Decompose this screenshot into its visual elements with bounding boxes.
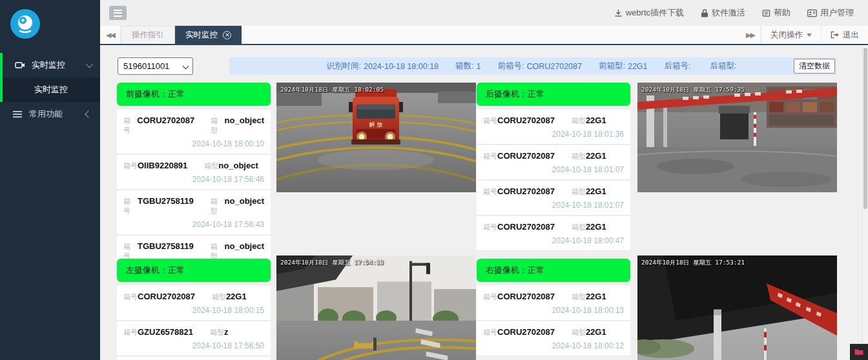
clear-data-button[interactable]: 清空数据 [794,59,835,74]
box-type-value: 22G1 [586,151,606,161]
red-folder-icon [854,348,863,355]
menu-label: webrtc插件下载 [626,7,684,19]
front-camera-list: 箱号CORU2702087箱型no_object 2024-10-18 18:0… [117,110,271,281]
box-no-value: CORU2702087 [137,115,194,125]
front-box-type-field: 前箱型: 22G1 [599,61,648,72]
tab-realtime-monitor[interactable]: 实时监控 [175,26,242,44]
user-management[interactable]: 用户管理 [807,7,854,19]
vertical-scrollbar[interactable] [862,46,868,360]
webrtc-plugin-download[interactable]: webrtc插件下载 [614,7,684,19]
close-tab-icon[interactable] [223,31,231,39]
list-item: 箱号OIIB9220891箱型no_object 2024-10-18 17:5… [117,155,271,190]
box-type-label: 箱型 [572,152,586,161]
tabs-scroll-left-button[interactable]: ◀◀ [100,26,121,44]
box-type-label: 箱型 [572,116,586,126]
rear-camera-video: 2024年10月18日 星期五 17:59:35 [637,83,837,192]
chevron-down-icon [86,61,93,68]
rear-camera-status: 后摄像机：正常 [477,83,630,106]
list-item: 箱号CORU2702087箱型22G1 2024-10-18 18:00:15 [117,286,271,321]
rear-box-type-field: 后箱型: [710,61,739,72]
field-label: 后箱号: [665,61,691,72]
box-type-label: 箱型 [572,223,586,232]
box-type-value: 22G1 [586,292,606,301]
device-select[interactable]: 5196011001 [118,57,193,75]
tabbar: ◀◀ 操作指引 实时监控 ▶▶ 关闭操作 退出 [100,26,868,45]
lock-icon [701,9,708,17]
box-type-value: z [224,327,229,337]
video-timestamp-overlay: 2024年10月18日 星期五 17:53:21 [641,259,745,267]
front-camera-status: 前摄像机：正常 [117,83,271,106]
box-no-label: 箱号 [483,223,497,232]
left-camera-status: 左摄像机：正常 [117,259,271,282]
front-camera-video: 解 放 2024年10月18日 星期五 18:02:05 [276,83,476,192]
right-camera-list: 箱号CORU2702087箱型22G1 2024-10-18 18:00:13 … [477,286,630,357]
box-no-value: CORU2702087 [497,222,555,232]
sidebar-group-common: 常用功能 [0,102,100,126]
svg-text:解 放: 解 放 [369,121,383,128]
list-item: 箱号TGBU2758119箱型no_object 2024-10-18 17:5… [117,190,271,235]
sidebar-subitem-label: 实时监控 [34,84,68,95]
sidebar-item-label: 实时监控 [32,59,86,71]
box-no-value: OIIB9220891 [138,161,187,170]
list-item: 箱号CORU2702087箱型22G1 2024-10-18 18:01:07 [477,145,630,181]
box-no-value: CORU2702087 [497,292,555,301]
sidebar-item-realtime-monitor[interactable]: 实时监控 [3,53,100,77]
box-type-value: no_object [225,115,264,125]
topbar-menu: webrtc插件下载 软件激活 帮助 用户管理 [614,0,854,26]
box-type-value: 22G1 [586,115,606,125]
box-type-value: 22G1 [586,327,606,337]
menu-label: 用户管理 [820,7,854,19]
box-type-label: 箱型 [210,328,224,337]
item-timestamp: 2024-10-18 18:00:47 [483,236,624,245]
front-video-scene: 解 放 [276,83,476,192]
rear-box-no-field: 后箱号: [665,61,694,72]
caret-down-icon [807,34,812,37]
list-item: 箱号CORU2702087箱型no_object 2024-10-18 18:0… [117,110,271,155]
device-select-wrap: 5196011001 [118,57,193,75]
box-no-label: 箱号 [483,328,497,337]
sidebar-subitem-realtime-monitor[interactable]: 实时监控 [3,77,100,102]
logo-area [0,0,100,53]
help[interactable]: 帮助 [762,7,790,19]
item-timestamp: 2024-10-18 17:56:43 [123,220,264,229]
recognition-time-field: 识别时间: 2024-10-18 18:00:18 [327,61,439,72]
collapse-sidebar-button[interactable] [109,6,127,20]
box-no-label: 箱号 [123,328,138,337]
scrollbar-thumb[interactable] [863,48,867,209]
sidebar-item-common-functions[interactable]: 常用功能 [0,102,100,126]
overlay-widget[interactable] [850,344,868,360]
left-camera-video: 2024年10月18日 星期五 17:54:13 [276,255,476,360]
item-timestamp: 2024-10-18 18:01:07 [483,201,624,210]
box-no-label: 箱号 [483,187,497,197]
field-value: 22G1 [628,62,648,71]
item-timestamp: 2024-10-18 18:00:13 [483,306,624,315]
tabs-scroll-right-button[interactable]: ▶▶ [740,26,761,44]
list-icon [12,109,23,119]
box-type-label: 箱型 [572,328,586,337]
video-timestamp-overlay: 2024年10月18日 星期五 18:02:05 [280,86,384,94]
chevron-left-icon [85,110,92,117]
sidebar: 实时监控 实时监控 常用功能 [0,0,100,360]
webcam-icon [14,13,36,35]
item-timestamp: 2024-10-18 17:56:50 [123,341,264,350]
exit-button[interactable]: 退出 [821,26,868,44]
front-box-no-field: 前箱号: CORU2702087 [498,61,582,72]
menu-label: 帮助 [774,7,790,19]
box-no-value: CORU2702087 [138,292,195,301]
box-no-value: TGBU2758119 [138,196,194,206]
close-operations-dropdown[interactable]: 关闭操作 [761,26,821,44]
sidebar-group-monitor: 实时监控 实时监控 [0,53,100,102]
main-content: 5196011001 识别时间: 2024-10-18 18:00:18 箱数:… [100,46,868,360]
tab-operation-guide[interactable]: 操作指引 [121,26,175,44]
right-camera-panel: 右摄像机：正常 箱号CORU2702087箱型22G1 2024-10-18 1… [477,259,630,357]
recognition-info-bar: 识别时间: 2024-10-18 18:00:18 箱数: 1 前箱号: COR… [229,57,836,75]
box-no-label: 箱号 [123,292,138,302]
software-activation[interactable]: 软件激活 [701,7,745,19]
field-value: 2024-10-18 18:00:18 [364,62,439,71]
rear-camera-panel: 后摄像机：正常 箱号CORU2702087箱型22G1 2024-10-18 1… [477,83,630,252]
item-timestamp: 2024-10-18 18:00:12 [483,341,624,350]
sidebar-item-label: 常用功能 [29,108,86,120]
list-item: 箱号GZUZ6578821箱型z 2024-10-18 17:56:50 [117,321,271,357]
box-type-label: 箱型 [212,292,226,302]
list-item: 箱号CORU2702087箱型22G1 2024-10-18 18:01:07 [477,181,630,216]
